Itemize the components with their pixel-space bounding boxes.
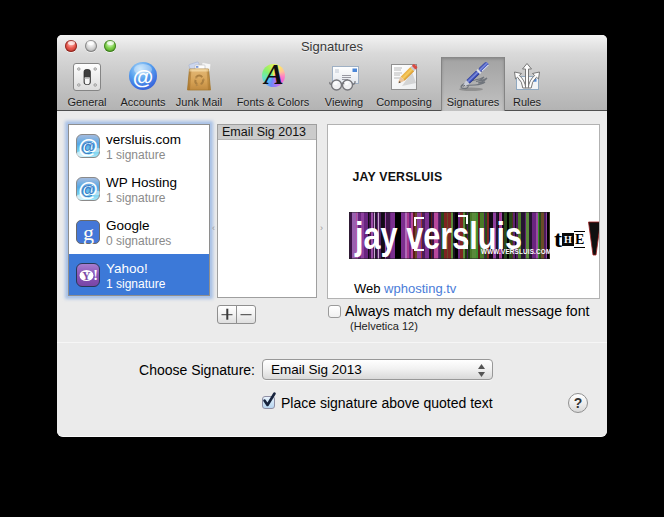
svg-text:WWW.VERSLUIS.COM: WWW.VERSLUIS.COM (481, 248, 550, 255)
svg-text:!: ! (93, 268, 98, 283)
svg-text:Y: Y (82, 270, 91, 282)
svg-text:@: @ (81, 182, 95, 198)
svg-text:g: g (83, 220, 94, 244)
svg-text:@: @ (133, 65, 153, 88)
svg-text:@: @ (81, 139, 95, 155)
